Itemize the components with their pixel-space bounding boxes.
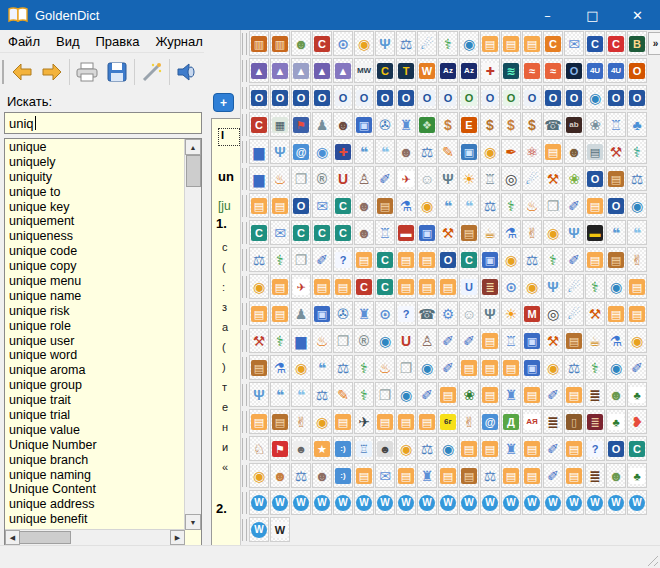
dict-icon[interactable]: :): [333, 436, 353, 461]
dict-icon[interactable]: ♟: [291, 301, 311, 326]
dict-icon[interactable]: ▆: [249, 166, 269, 191]
dict-icon[interactable]: ◉: [627, 328, 647, 353]
toolbar-drag-handle[interactable]: [242, 60, 247, 82]
dict-icon[interactable]: ✐: [627, 355, 647, 380]
wordlist-item[interactable]: unique trial: [5, 408, 184, 423]
dict-icon[interactable]: W: [270, 490, 290, 515]
dict-icon[interactable]: C: [333, 220, 353, 245]
menu-item[interactable]: Правка: [88, 31, 148, 52]
dict-icon[interactable]: ◉: [417, 193, 437, 218]
dict-icon[interactable]: ⚖: [480, 193, 500, 218]
wordlist-item[interactable]: unique benefit: [5, 512, 184, 527]
dict-icon[interactable]: ⚗: [501, 220, 521, 245]
dict-icon[interactable]: ❐: [396, 355, 416, 380]
dict-icon[interactable]: ☻: [606, 382, 626, 407]
dict-icon[interactable]: C: [354, 274, 374, 299]
toolbar-drag-handle[interactable]: [242, 492, 247, 514]
dict-icon[interactable]: ◉: [354, 31, 374, 56]
dict-icon[interactable]: C: [312, 220, 332, 245]
dict-icon[interactable]: $: [501, 112, 521, 137]
dict-icon[interactable]: ☻: [564, 139, 584, 164]
dict-icon[interactable]: ✚: [480, 58, 500, 83]
dict-icon[interactable]: ▲: [333, 58, 353, 83]
dict-icon[interactable]: ❐: [333, 328, 353, 353]
toolbar-drag-handle[interactable]: [2, 60, 4, 84]
dict-icon[interactable]: ▤: [522, 463, 542, 488]
wordlist-item[interactable]: unique naming: [5, 468, 184, 483]
wordlist-item[interactable]: unique name: [5, 289, 184, 304]
dict-icon[interactable]: W: [522, 490, 542, 515]
vertical-scroll-thumb[interactable]: [186, 155, 201, 187]
search-input[interactable]: uniq: [4, 112, 202, 134]
dict-icon[interactable]: O: [606, 85, 626, 110]
back-button[interactable]: [7, 57, 37, 87]
dict-icon[interactable]: ✐: [459, 328, 479, 353]
dict-icon[interactable]: ★: [312, 436, 332, 461]
wordlist-item[interactable]: unique trait: [5, 393, 184, 408]
dict-icon[interactable]: ▤: [522, 31, 542, 56]
dict-icon[interactable]: ?: [396, 301, 416, 326]
dict-icon[interactable]: W: [627, 490, 647, 515]
dict-icon[interactable]: ⚒: [543, 166, 563, 191]
dict-icon[interactable]: O: [249, 85, 269, 110]
dict-icon[interactable]: O: [291, 85, 311, 110]
dict-icon[interactable]: ≈: [522, 58, 542, 83]
dict-icon[interactable]: АЯ: [522, 409, 542, 434]
dict-icon[interactable]: C: [585, 31, 605, 56]
dict-icon[interactable]: O: [606, 436, 626, 461]
wordlist-item[interactable]: uniqueness: [5, 229, 184, 244]
dict-icon[interactable]: ✒: [501, 139, 521, 164]
wordlist-item[interactable]: unique branch: [5, 453, 184, 468]
dict-icon[interactable]: ▤: [459, 436, 479, 461]
dict-icon[interactable]: О: [627, 58, 647, 83]
dict-icon[interactable]: O: [480, 85, 500, 110]
wordlist-item[interactable]: Unique Number: [5, 438, 184, 453]
dict-icon[interactable]: ▤: [606, 166, 626, 191]
dict-icon[interactable]: W: [459, 490, 479, 515]
vertical-scrollbar[interactable]: ▲ ▼: [184, 139, 201, 530]
dict-icon[interactable]: ☕: [480, 220, 500, 245]
dict-icon[interactable]: ▤: [417, 409, 437, 434]
dict-icon[interactable]: Ψ: [270, 139, 290, 164]
dict-icon[interactable]: ♖: [606, 112, 626, 137]
dict-icon[interactable]: ✌: [459, 409, 479, 434]
dict-icon[interactable]: ♣: [627, 382, 647, 407]
dict-icon[interactable]: @: [480, 409, 500, 434]
dict-icon[interactable]: ⚕: [354, 382, 374, 407]
dict-icon[interactable]: ◉: [396, 382, 416, 407]
toolbar-drag-handle[interactable]: [242, 465, 247, 487]
toolbar-drag-handle[interactable]: [242, 114, 247, 136]
dict-icon[interactable]: ⚕: [585, 274, 605, 299]
add-tab-button[interactable]: +: [213, 93, 234, 112]
dict-icon[interactable]: ◉: [606, 355, 626, 380]
dict-icon[interactable]: ▤: [375, 409, 395, 434]
dict-icon[interactable]: ❝: [270, 382, 290, 407]
dict-icon[interactable]: U: [459, 274, 479, 299]
dict-icon[interactable]: ⚗: [396, 193, 416, 218]
dict-icon[interactable]: ☕: [585, 328, 605, 353]
dict-icon[interactable]: W: [606, 490, 626, 515]
dict-icon[interactable]: ♨: [312, 328, 332, 353]
dict-icon[interactable]: O: [375, 85, 395, 110]
dict-icon[interactable]: ▤: [249, 409, 269, 434]
dict-icon[interactable]: ▣: [522, 355, 542, 380]
dict-icon[interactable]: ♨: [270, 166, 290, 191]
dict-icon[interactable]: ▤: [270, 274, 290, 299]
wordlist-item[interactable]: unique word: [5, 348, 184, 363]
dict-icon[interactable]: ▤: [522, 382, 542, 407]
dict-icon[interactable]: ♣: [627, 112, 647, 137]
dict-icon[interactable]: C: [606, 31, 626, 56]
scroll-up-button[interactable]: ▲: [185, 139, 201, 155]
dict-icon[interactable]: ⚕: [501, 193, 521, 218]
dict-icon[interactable]: ✌: [291, 409, 311, 434]
dict-icon[interactable]: ◉: [543, 355, 563, 380]
dict-icon[interactable]: ✌: [627, 247, 647, 272]
wordlist-item[interactable]: unique copy: [5, 259, 184, 274]
dict-icon[interactable]: ♣: [627, 463, 647, 488]
dict-icon[interactable]: ⚖: [291, 463, 311, 488]
dict-icon[interactable]: W: [438, 490, 458, 515]
dict-icon[interactable]: ▤: [585, 139, 605, 164]
dict-icon[interactable]: O: [312, 85, 332, 110]
dict-icon[interactable]: O: [606, 193, 626, 218]
dict-icon[interactable]: ▣: [459, 139, 479, 164]
